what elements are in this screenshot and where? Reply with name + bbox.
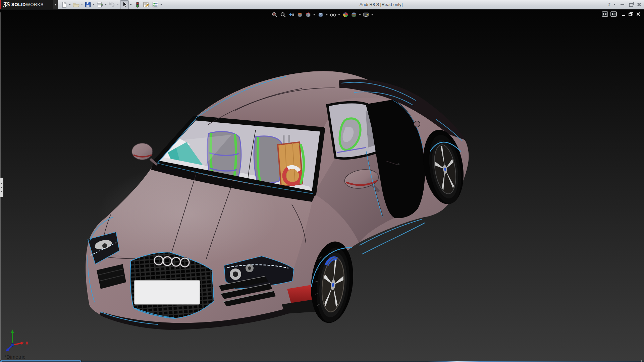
undo-icon [108,1,115,8]
document-window-controls [602,11,641,17]
restore-icon [629,3,633,7]
save-button[interactable] [84,1,92,9]
help-button[interactable]: ? [608,2,611,7]
triad-x-axis [20,342,24,345]
print-button[interactable] [96,1,104,9]
view-orientation-button[interactable] [305,11,312,18]
checklist-dropdown-caret[interactable] [160,4,162,5]
title-bar: ƷS SOLIDWORKS [0,0,644,9]
expand-right-pane-button[interactable] [610,11,617,17]
right-edge-tick [641,360,642,362]
print-dropdown-caret[interactable] [105,4,107,5]
traffic-light-icon [136,1,140,8]
view-settings-caret[interactable] [371,14,373,15]
checklist-icon [152,1,159,8]
tab-border [140,360,158,360]
doc-restore-button[interactable] [628,12,634,16]
tab-separator [82,360,82,362]
solidworks-logo-text-bold: SOLID [11,2,26,7]
undo-dropdown-caret[interactable] [117,4,119,5]
headsup-view-toolbar [271,11,374,18]
solidworks-window: { "titlebar": { "logo_mark": "ƷS", "logo… [0,0,644,362]
display-style-caret[interactable] [326,14,328,15]
main-toolbar [60,0,164,9]
save-icon [85,1,91,8]
section-view-button[interactable] [296,11,303,18]
select-cursor-icon [121,1,128,8]
reference-triad[interactable]: X [2,327,32,355]
tab-border [159,360,215,360]
doc-minimize-button[interactable] [621,12,626,16]
app-minimize-button[interactable] [619,2,625,7]
collapse-left-pane-button[interactable] [602,11,608,17]
eyeglasses-icon [330,12,336,18]
zoom-to-area-button[interactable] [279,11,286,18]
tab-separator [139,360,139,362]
traffic-light-button[interactable] [135,1,140,9]
open-folder-icon [72,1,79,8]
hide-show-items-caret[interactable] [338,14,340,15]
doc-close-button[interactable] [636,12,641,16]
section-view-icon [297,12,303,18]
properties-button[interactable] [142,1,150,9]
select-dropdown-caret[interactable] [130,4,132,5]
apply-scene-caret[interactable] [359,14,361,15]
zoom-to-fit-button[interactable] [271,11,278,18]
minimize-icon [621,4,624,5]
edit-appearance-button[interactable] [342,11,349,18]
triad-x-label: X [25,341,28,346]
solidworks-logo: ƷS SOLIDWORKS [1,0,53,9]
license-plate [134,280,200,304]
apply-scene-icon [351,12,357,18]
fuel-cap[interactable] [414,121,420,127]
undo-button[interactable] [108,1,116,9]
apply-scene-button[interactable] [350,11,357,18]
hide-show-items-button[interactable] [329,11,336,18]
display-style-button[interactable] [317,11,324,18]
select-tool-button[interactable] [120,0,129,9]
graphics-viewport[interactable]: X *Dimetric [0,9,644,362]
open-dropdown-caret[interactable] [81,4,83,5]
new-document-button[interactable] [60,1,68,9]
mirror-left[interactable] [132,143,157,165]
options-checklist-button[interactable] [152,1,159,9]
zoom-to-fit-icon [272,12,278,18]
app-close-button[interactable] [636,2,642,7]
save-dropdown-caret[interactable] [93,4,95,5]
collapse-arrow-icon [1,186,2,188]
view-settings-button[interactable] [363,11,370,18]
toolbar-expander-button[interactable] [53,0,58,9]
model-tab-active[interactable] [1,360,80,362]
collapse-arrow-icon [1,190,2,192]
triad-y-axis [11,329,14,333]
car-model-audi-r8[interactable] [0,9,644,362]
view-orientation-caret[interactable] [313,14,315,15]
solidworks-logo-text-light: WORKS [26,2,44,7]
view-settings-icon [363,12,369,18]
tab-separator [159,360,159,362]
close-icon [637,2,641,7]
previous-view-button[interactable] [288,11,295,18]
titlebar-controls: ? [608,0,642,9]
app-restore-button[interactable] [628,2,634,7]
solidworks-logo-mark: ƷS [3,1,10,8]
help-dropdown-caret[interactable] [613,4,615,5]
print-icon [96,1,103,8]
bottom-tab-strip[interactable] [0,360,644,362]
collapse-arrow-icon [1,182,2,184]
display-style-icon [318,12,324,18]
expand-right-icon [55,3,56,6]
open-button[interactable] [72,1,80,9]
zoom-to-area-icon [280,12,286,18]
previous-view-icon [288,12,294,18]
appearance-sphere-icon [342,12,348,18]
feature-tree-collapsed-tab[interactable] [0,178,3,197]
view-orientation-icon [305,12,311,18]
new-dropdown-caret[interactable] [69,4,71,5]
properties-pad-icon [143,1,150,8]
window-title: Audi R8 S [Read-only] [347,0,415,9]
view-orientation-label: *Dimetric [4,354,25,360]
tab-border [82,360,138,360]
new-document-icon [61,1,67,8]
